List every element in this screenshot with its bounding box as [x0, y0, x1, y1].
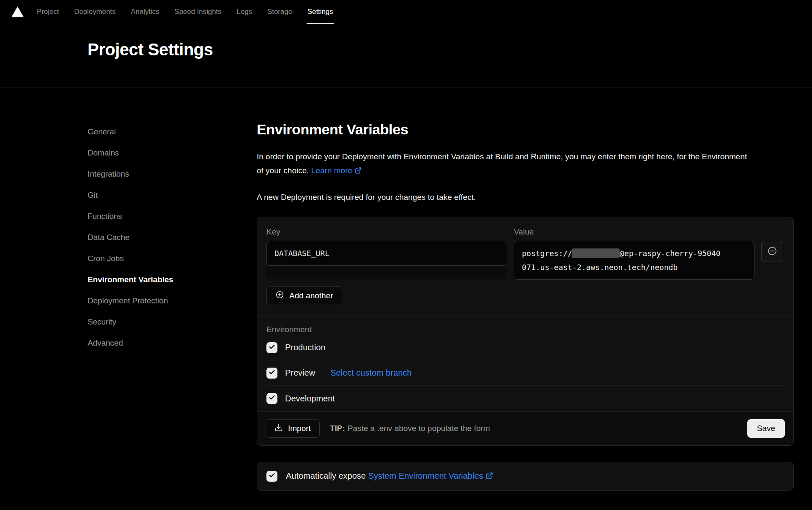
nav-tab-settings[interactable]: Settings	[307, 0, 333, 24]
env-row-label: Preview	[285, 368, 315, 378]
import-button[interactable]: Import	[266, 419, 320, 438]
section-heading: Environment Variables	[257, 121, 794, 138]
import-label: Import	[288, 424, 311, 433]
env-var-form-card: Key Value postgres://@ep-raspy-cherry-95	[257, 217, 794, 446]
env-row-label: Development	[285, 394, 335, 404]
external-link-icon	[486, 472, 493, 482]
auto-expose-text: Automatically expose System Environment …	[286, 471, 493, 482]
add-another-label: Add another	[289, 291, 333, 300]
page-title: Project Settings	[88, 40, 812, 59]
nav-tab-speed-insights[interactable]: Speed Insights	[174, 0, 221, 24]
key-label: Key	[266, 227, 507, 237]
check-icon	[269, 472, 275, 480]
environment-variables-panel: Environment Variables In order to provid…	[257, 121, 794, 491]
environment-section: Environment Production Pr	[257, 316, 793, 411]
sidebar-item-data-cache[interactable]: Data Cache	[88, 227, 257, 248]
production-checkbox[interactable]	[266, 342, 277, 353]
page-header: Project Settings	[0, 24, 812, 87]
development-checkbox[interactable]	[266, 393, 277, 404]
add-another-button[interactable]: Add another	[266, 286, 342, 305]
key-input-extension[interactable]	[266, 266, 507, 279]
auto-expose-checkbox[interactable]	[266, 471, 277, 482]
system-env-vars-link[interactable]: System Environment Variables	[368, 471, 493, 480]
sidebar-item-advanced[interactable]: Advanced	[88, 333, 257, 354]
key-field-wrap	[266, 241, 507, 280]
nav-tab-analytics[interactable]: Analytics	[131, 0, 159, 24]
value-label: Value	[514, 227, 754, 237]
tip-prefix: TIP:	[330, 424, 345, 433]
check-icon	[269, 394, 275, 403]
sidebar-item-integrations[interactable]: Integrations	[88, 164, 257, 185]
save-button[interactable]: Save	[747, 419, 785, 438]
key-input-box[interactable]	[266, 241, 507, 266]
external-link-icon	[354, 164, 362, 178]
env-row-preview: Preview Select custom branch	[266, 360, 784, 386]
env-row-production: Production	[266, 335, 784, 360]
value-text-prefix: postgres://	[522, 249, 572, 258]
plus-circle-icon	[275, 290, 284, 301]
nav-tab-storage[interactable]: Storage	[267, 0, 292, 24]
check-icon	[269, 344, 275, 352]
sidebar-item-environment-variables[interactable]: Environment Variables	[88, 269, 257, 290]
auto-expose-card: Automatically expose System Environment …	[257, 462, 794, 491]
nav-tab-logs[interactable]: Logs	[237, 0, 252, 24]
download-icon	[274, 423, 283, 434]
value-text-line2: 071.us-east-2.aws.neon.tech/neondb	[522, 263, 678, 272]
nav-tabs: Project Deployments Analytics Speed Insi…	[37, 0, 333, 24]
nav-tab-project[interactable]: Project	[37, 0, 59, 24]
env-row-development: Development	[266, 386, 784, 411]
value-text-suffix: @ep-raspy-cherry-95040	[620, 249, 720, 258]
top-nav: Project Deployments Analytics Speed Insi…	[0, 0, 812, 24]
environment-label: Environment	[266, 325, 784, 334]
tip-text: TIP:Paste a .env above to populate the f…	[330, 424, 490, 433]
sidebar-item-security[interactable]: Security	[88, 311, 257, 333]
description-line-2: of your choice. Learn more	[257, 164, 794, 178]
nav-tab-deployments[interactable]: Deployments	[74, 0, 115, 24]
section-description: In order to provide your Deployment with…	[257, 150, 794, 178]
value-input[interactable]: postgres://@ep-raspy-cherry-95040 071.us…	[514, 241, 754, 280]
settings-sidebar: General Domains Integrations Git Functio…	[88, 121, 257, 491]
sidebar-item-git[interactable]: Git	[88, 185, 257, 206]
preview-checkbox[interactable]	[266, 368, 277, 379]
sidebar-item-deployment-protection[interactable]: Deployment Protection	[88, 290, 257, 311]
remove-row-button[interactable]	[761, 241, 783, 262]
sidebar-item-functions[interactable]: Functions	[88, 206, 257, 227]
description-line-1: In order to provide your Deployment with…	[257, 150, 794, 164]
sidebar-item-cron-jobs[interactable]: Cron Jobs	[88, 248, 257, 269]
redacted-secret	[572, 248, 620, 258]
deployment-note: A new Deployment is required for your ch…	[257, 190, 794, 204]
env-row-label: Production	[285, 343, 326, 352]
sidebar-item-general[interactable]: General	[88, 121, 257, 142]
form-footer: Import TIP:Paste a .env above to populat…	[257, 411, 793, 445]
content-area: General Domains Integrations Git Functio…	[0, 87, 812, 491]
minus-circle-icon	[767, 246, 777, 257]
sidebar-item-domains[interactable]: Domains	[88, 142, 257, 164]
learn-more-link[interactable]: Learn more	[311, 166, 362, 175]
vercel-logo-icon[interactable]	[11, 6, 24, 18]
key-input[interactable]	[274, 249, 499, 258]
check-icon	[269, 369, 275, 377]
select-custom-branch-link[interactable]: Select custom branch	[330, 368, 411, 378]
